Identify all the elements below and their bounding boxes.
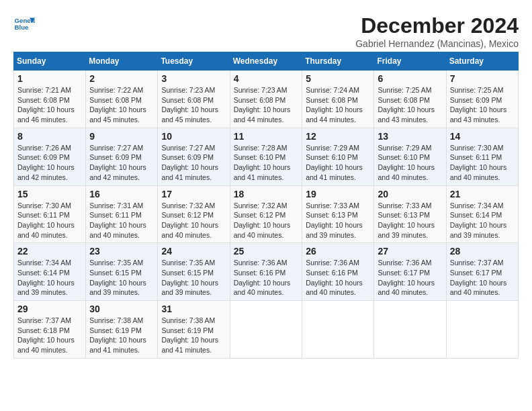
day-info: Sunrise: 7:27 AM Sunset: 6:09 PM Dayligh…	[161, 143, 226, 183]
day-info: Sunrise: 7:29 AM Sunset: 6:10 PM Dayligh…	[378, 143, 442, 183]
calendar-cell: 2Sunrise: 7:22 AM Sunset: 6:08 PM Daylig…	[86, 71, 158, 128]
calendar-cell	[446, 301, 518, 359]
day-info: Sunrise: 7:27 AM Sunset: 6:09 PM Dayligh…	[89, 143, 154, 183]
day-number: 20	[378, 189, 442, 199]
day-info: Sunrise: 7:36 AM Sunset: 6:16 PM Dayligh…	[234, 258, 299, 298]
col-friday: Friday	[374, 52, 446, 71]
calendar-cell: 18Sunrise: 7:32 AM Sunset: 6:12 PM Dayli…	[230, 185, 302, 243]
day-info: Sunrise: 7:28 AM Sunset: 6:10 PM Dayligh…	[234, 143, 299, 183]
calendar-cell: 13Sunrise: 7:29 AM Sunset: 6:10 PM Dayli…	[374, 128, 446, 185]
day-info: Sunrise: 7:26 AM Sunset: 6:09 PM Dayligh…	[17, 143, 82, 183]
col-sunday: Sunday	[14, 52, 86, 71]
calendar-cell	[302, 301, 374, 359]
col-thursday: Thursday	[302, 52, 374, 71]
col-saturday: Saturday	[446, 52, 518, 71]
col-monday: Monday	[86, 52, 158, 71]
calendar-cell: 9Sunrise: 7:27 AM Sunset: 6:09 PM Daylig…	[86, 128, 158, 185]
day-number: 8	[17, 131, 82, 142]
month-title: December 2024	[355, 13, 519, 38]
calendar-cell: 26Sunrise: 7:36 AM Sunset: 6:16 PM Dayli…	[302, 243, 374, 301]
day-number: 14	[450, 131, 515, 142]
calendar-cell: 28Sunrise: 7:37 AM Sunset: 6:17 PM Dayli…	[446, 243, 518, 301]
calendar-week-3: 15Sunrise: 7:30 AM Sunset: 6:11 PM Dayli…	[14, 185, 519, 243]
calendar-cell: 14Sunrise: 7:30 AM Sunset: 6:11 PM Dayli…	[446, 128, 518, 185]
day-info: Sunrise: 7:30 AM Sunset: 6:11 PM Dayligh…	[17, 201, 82, 240]
day-number: 19	[306, 189, 370, 199]
calendar-cell	[374, 301, 446, 359]
title-block: December 2024 Gabriel Hernandez (Mancina…	[355, 13, 519, 49]
day-info: Sunrise: 7:37 AM Sunset: 6:18 PM Dayligh…	[17, 316, 82, 355]
calendar-cell: 11Sunrise: 7:28 AM Sunset: 6:10 PM Dayli…	[230, 128, 302, 185]
day-info: Sunrise: 7:24 AM Sunset: 6:08 PM Dayligh…	[306, 85, 370, 125]
calendar-cell: 20Sunrise: 7:33 AM Sunset: 6:13 PM Dayli…	[374, 185, 446, 243]
svg-text:Blue: Blue	[15, 24, 29, 31]
calendar-table: Sunday Monday Tuesday Wednesday Thursday…	[13, 52, 519, 359]
calendar-cell: 19Sunrise: 7:33 AM Sunset: 6:13 PM Dayli…	[302, 185, 374, 243]
calendar-header-row: Sunday Monday Tuesday Wednesday Thursday…	[14, 52, 519, 71]
col-wednesday: Wednesday	[230, 52, 302, 71]
day-number: 24	[161, 246, 226, 257]
calendar-cell: 8Sunrise: 7:26 AM Sunset: 6:09 PM Daylig…	[14, 128, 86, 185]
calendar-cell: 15Sunrise: 7:30 AM Sunset: 6:11 PM Dayli…	[14, 185, 86, 243]
calendar-cell: 23Sunrise: 7:35 AM Sunset: 6:15 PM Dayli…	[86, 243, 158, 301]
day-number: 21	[450, 189, 515, 199]
calendar-cell: 6Sunrise: 7:25 AM Sunset: 6:08 PM Daylig…	[374, 71, 446, 128]
day-number: 9	[89, 131, 154, 142]
day-number: 5	[306, 73, 370, 84]
calendar-cell: 3Sunrise: 7:23 AM Sunset: 6:08 PM Daylig…	[158, 71, 230, 128]
day-info: Sunrise: 7:29 AM Sunset: 6:10 PM Dayligh…	[306, 143, 370, 183]
day-info: Sunrise: 7:34 AM Sunset: 6:14 PM Dayligh…	[450, 201, 515, 240]
day-info: Sunrise: 7:33 AM Sunset: 6:13 PM Dayligh…	[378, 201, 442, 240]
day-info: Sunrise: 7:37 AM Sunset: 6:17 PM Dayligh…	[450, 258, 515, 298]
day-number: 18	[234, 189, 299, 199]
day-info: Sunrise: 7:31 AM Sunset: 6:11 PM Dayligh…	[89, 201, 154, 240]
day-number: 12	[306, 131, 370, 142]
calendar-cell: 29Sunrise: 7:37 AM Sunset: 6:18 PM Dayli…	[14, 301, 86, 359]
day-info: Sunrise: 7:22 AM Sunset: 6:08 PM Dayligh…	[89, 85, 154, 125]
logo: General Blue	[13, 13, 35, 35]
calendar-cell: 7Sunrise: 7:25 AM Sunset: 6:09 PM Daylig…	[446, 71, 518, 128]
page-header: General Blue December 2024 Gabriel Herna…	[13, 13, 519, 49]
day-number: 22	[17, 246, 82, 257]
day-info: Sunrise: 7:32 AM Sunset: 6:12 PM Dayligh…	[234, 201, 299, 240]
calendar-cell: 4Sunrise: 7:23 AM Sunset: 6:08 PM Daylig…	[230, 71, 302, 128]
day-info: Sunrise: 7:23 AM Sunset: 6:08 PM Dayligh…	[161, 85, 226, 125]
col-tuesday: Tuesday	[158, 52, 230, 71]
day-info: Sunrise: 7:34 AM Sunset: 6:14 PM Dayligh…	[17, 258, 82, 298]
calendar-cell: 1Sunrise: 7:21 AM Sunset: 6:08 PM Daylig…	[14, 71, 86, 128]
day-info: Sunrise: 7:38 AM Sunset: 6:19 PM Dayligh…	[161, 316, 226, 355]
calendar-week-1: 1Sunrise: 7:21 AM Sunset: 6:08 PM Daylig…	[14, 71, 519, 128]
day-number: 6	[378, 73, 442, 84]
calendar-cell: 10Sunrise: 7:27 AM Sunset: 6:09 PM Dayli…	[158, 128, 230, 185]
day-info: Sunrise: 7:36 AM Sunset: 6:17 PM Dayligh…	[378, 258, 442, 298]
day-number: 7	[450, 73, 515, 84]
subtitle: Gabriel Hernandez (Mancinas), Mexico	[355, 38, 519, 49]
calendar-cell: 25Sunrise: 7:36 AM Sunset: 6:16 PM Dayli…	[230, 243, 302, 301]
day-number: 11	[234, 131, 299, 142]
day-info: Sunrise: 7:32 AM Sunset: 6:12 PM Dayligh…	[161, 201, 226, 240]
day-number: 27	[378, 246, 442, 257]
calendar-cell: 31Sunrise: 7:38 AM Sunset: 6:19 PM Dayli…	[158, 301, 230, 359]
calendar-cell: 16Sunrise: 7:31 AM Sunset: 6:11 PM Dayli…	[86, 185, 158, 243]
day-number: 4	[234, 73, 299, 84]
calendar-week-5: 29Sunrise: 7:37 AM Sunset: 6:18 PM Dayli…	[14, 301, 519, 359]
day-info: Sunrise: 7:35 AM Sunset: 6:15 PM Dayligh…	[89, 258, 154, 298]
day-number: 23	[89, 246, 154, 257]
day-number: 10	[161, 131, 226, 142]
logo-icon: General Blue	[13, 13, 35, 35]
day-number: 3	[161, 73, 226, 84]
day-number: 13	[378, 131, 442, 142]
day-info: Sunrise: 7:35 AM Sunset: 6:15 PM Dayligh…	[161, 258, 226, 298]
day-info: Sunrise: 7:38 AM Sunset: 6:19 PM Dayligh…	[89, 316, 154, 355]
day-number: 16	[89, 189, 154, 199]
day-info: Sunrise: 7:23 AM Sunset: 6:08 PM Dayligh…	[234, 85, 299, 125]
day-number: 29	[17, 304, 82, 314]
calendar-cell: 30Sunrise: 7:38 AM Sunset: 6:19 PM Dayli…	[86, 301, 158, 359]
day-number: 1	[17, 73, 82, 84]
calendar-cell: 12Sunrise: 7:29 AM Sunset: 6:10 PM Dayli…	[302, 128, 374, 185]
day-number: 15	[17, 189, 82, 199]
day-number: 25	[234, 246, 299, 257]
day-info: Sunrise: 7:21 AM Sunset: 6:08 PM Dayligh…	[17, 85, 82, 125]
day-info: Sunrise: 7:25 AM Sunset: 6:09 PM Dayligh…	[450, 85, 515, 125]
calendar-cell: 17Sunrise: 7:32 AM Sunset: 6:12 PM Dayli…	[158, 185, 230, 243]
